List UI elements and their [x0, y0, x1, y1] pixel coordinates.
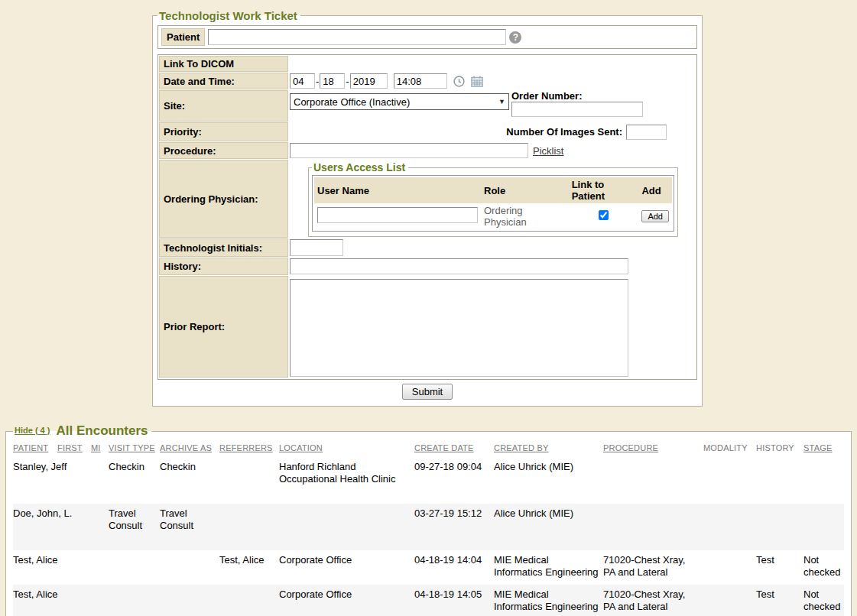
column-header-mi[interactable]: MI — [91, 440, 109, 457]
patient-row: Patient ? — [157, 25, 697, 49]
cell-stage — [803, 504, 844, 550]
cell-procedure: 71020-Chest Xray, PA and Lateral — [603, 550, 703, 585]
add-user-button[interactable]: Add — [641, 210, 669, 222]
date-separator: - — [316, 76, 319, 87]
technologist-initials-input[interactable] — [290, 239, 343, 256]
column-header-visit-type[interactable]: VISIT TYPE — [109, 440, 160, 457]
encounter-row[interactable]: Doe, John, L.Travel ConsultTravel Consul… — [13, 504, 844, 550]
ual-row: Ordering Physician Add — [314, 203, 672, 229]
history-label: History: — [159, 258, 288, 275]
link-to-patient-checkbox[interactable] — [599, 210, 609, 220]
priority-row: Priority: Number Of Images Sent: — [159, 122, 696, 141]
help-icon[interactable]: ? — [509, 31, 521, 44]
order-number-block: Order Number: — [511, 90, 643, 117]
technologist-initials-label: Technologist Initials: — [159, 238, 288, 257]
cell-location — [279, 504, 414, 550]
cell-modality — [703, 504, 756, 550]
cell-history: Test — [756, 585, 803, 616]
column-header-referrers[interactable]: REFERRERS — [219, 440, 279, 457]
images-sent-block: Number Of Images Sent: — [506, 125, 667, 140]
cell-procedure: 71020-Chest Xray, PA and Lateral — [603, 585, 703, 616]
cell-history — [756, 504, 803, 550]
cell-history: Test — [756, 550, 803, 585]
hide-link[interactable]: Hide ( 4 ) — [15, 426, 50, 435]
date-time-row: Date and Time: - - — [159, 73, 696, 89]
cell-visit-type: Checkin — [109, 457, 160, 504]
cell-patient-name: Doe, John, L. — [13, 504, 109, 550]
column-header-procedure[interactable]: PROCEDURE — [603, 440, 703, 457]
ual-header-add: Add — [638, 177, 672, 203]
calendar-icon[interactable] — [471, 76, 483, 87]
cell-referrers — [219, 504, 279, 550]
ual-header-link-to-patient: Link to Patient — [569, 177, 639, 203]
site-select[interactable]: Corporate Office (Inactive) ▼ — [290, 93, 509, 110]
encounter-row[interactable]: Test, AliceTest, AliceCorporate Office04… — [13, 550, 844, 585]
cell-procedure — [603, 457, 703, 504]
date-year-input[interactable] — [350, 73, 388, 89]
column-header-create-date[interactable]: CREATE DATE — [414, 440, 494, 457]
date-separator: - — [346, 76, 349, 87]
images-sent-input[interactable] — [626, 125, 667, 140]
submit-row: Submit — [157, 380, 697, 401]
order-number-input[interactable] — [511, 102, 643, 117]
clock-icon[interactable] — [453, 76, 465, 87]
ual-role-value: Ordering Physician — [481, 203, 569, 229]
all-encounters-title: All Encounters — [57, 423, 148, 438]
column-header-stage[interactable]: STAGE — [803, 440, 844, 457]
cell-modality — [703, 585, 756, 616]
column-header-created-by[interactable]: CREATED BY — [494, 440, 603, 457]
column-header-first[interactable]: FIRST — [57, 440, 91, 457]
cell-modality — [703, 457, 756, 504]
cell-created-by: MIE Medical Informatics Engineering — [494, 550, 603, 585]
ordering-physician-label: Ordering Physician: — [159, 160, 288, 238]
cell-created-by: MIE Medical Informatics Engineering — [494, 585, 603, 616]
cell-created-by: Alice Uhrick (MIE) — [494, 504, 603, 550]
date-day-input[interactable] — [320, 73, 345, 89]
column-header-patient[interactable]: PATIENT — [13, 440, 57, 457]
cell-archive-as: Checkin — [160, 457, 219, 504]
encounter-row[interactable]: Test, AliceCorporate Office04-18-19 14:0… — [13, 585, 844, 616]
cell-create-date: 03-27-19 15:12 — [414, 504, 494, 550]
date-time-label: Date and Time: — [159, 73, 288, 89]
patient-input[interactable] — [208, 29, 506, 45]
prior-report-label: Prior Report: — [159, 276, 288, 378]
encounter-row[interactable]: Stanley, JeffCheckinCheckinHanford Richl… — [13, 457, 844, 504]
cell-location: Corporate Office — [279, 550, 414, 585]
date-month-input[interactable] — [290, 73, 315, 89]
cell-visit-type: Travel Consult — [109, 504, 160, 550]
procedure-row: Procedure: Picklist — [159, 142, 696, 159]
ual-header-user-name: User Name — [314, 177, 481, 203]
work-ticket-fields: Link To DICOM Date and Time: - - Si — [157, 54, 697, 380]
cell-referrers: Test, Alice — [219, 550, 279, 585]
column-header-modality: MODALITY — [703, 440, 756, 457]
site-label: Site: — [159, 90, 288, 122]
users-access-list-title: Users Access List — [312, 161, 408, 173]
ordering-physician-row: Ordering Physician: Users Access List Us… — [159, 160, 696, 238]
all-encounters-section: Hide ( 4 ) All Encounters PATIENTFIRSTMI… — [5, 423, 852, 616]
encounters-table: PATIENTFIRSTMIVISIT TYPEARCHIVE ASREFERR… — [13, 440, 844, 616]
technologist-initials-row: Technologist Initials: — [159, 238, 696, 257]
submit-button[interactable]: Submit — [402, 384, 453, 400]
procedure-label: Procedure: — [159, 142, 288, 159]
user-name-input[interactable] — [317, 207, 478, 223]
prior-report-row: Prior Report: — [159, 276, 696, 378]
ual-header-role: Role — [481, 177, 569, 203]
cell-create-date: 04-18-19 14:05 — [414, 585, 494, 616]
cell-patient-name: Stanley, Jeff — [13, 457, 109, 504]
picklist-link[interactable]: Picklist — [533, 145, 563, 157]
cell-referrers — [219, 585, 279, 616]
cell-stage: Not checked — [803, 585, 844, 616]
column-header-location[interactable]: LOCATION — [279, 440, 414, 457]
site-selected-option: Corporate Office (Inactive) — [294, 96, 410, 108]
procedure-input[interactable] — [290, 143, 528, 158]
order-number-label: Order Number: — [511, 90, 643, 102]
time-input[interactable] — [394, 73, 447, 89]
all-encounters-legend: Hide ( 4 ) All Encounters — [13, 423, 151, 439]
column-header-archive-as[interactable]: ARCHIVE AS — [160, 440, 219, 457]
prior-report-input[interactable] — [290, 279, 628, 377]
history-input[interactable] — [290, 258, 628, 274]
link-to-dicom-label: Link To DICOM — [159, 56, 288, 72]
cell-patient-name: Test, Alice — [13, 585, 109, 616]
cell-location: Corporate Office — [279, 585, 414, 616]
cell-modality — [703, 550, 756, 585]
